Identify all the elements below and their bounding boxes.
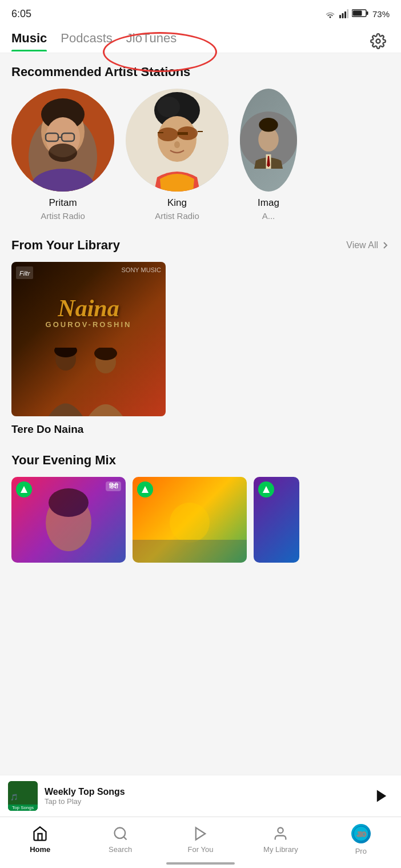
svg-marker-42: [263, 486, 270, 493]
svg-point-49: [278, 828, 283, 833]
chevron-right-icon: [380, 241, 390, 250]
play-icon: [374, 788, 390, 804]
nav-item-home[interactable]: Home: [0, 817, 80, 868]
tab-music[interactable]: Music: [11, 31, 47, 51]
svg-point-16: [49, 144, 77, 162]
artists-scroll: Pritam Artist Radio: [0, 89, 401, 221]
svg-rect-41: [133, 540, 247, 563]
view-all-button[interactable]: View All: [346, 240, 390, 250]
tab-jiotunes[interactable]: JioTunes: [126, 31, 177, 51]
evening-mix-section: Your Evening Mix हिंदी: [0, 441, 401, 568]
album-title: Tere Do Naina: [11, 423, 390, 436]
naina-persons-svg: [11, 348, 166, 416]
album-badge-right: SONY MUSIC: [122, 266, 161, 273]
library-title: From Your Library: [11, 238, 120, 253]
svg-point-7: [376, 39, 380, 43]
main-content: Recommended Artist Stations: [0, 53, 401, 683]
bottom-nav: Home Search For You My Library JIO Pro: [0, 817, 401, 868]
artist-avatar-imag: [240, 89, 297, 192]
artist-item-imag[interactable]: Imag A...: [240, 89, 297, 221]
svg-point-38: [49, 488, 89, 517]
now-playing-bar[interactable]: 🎵 Top Songs Weekly Top Songs Tap to Play: [0, 775, 401, 817]
nav-item-foryou[interactable]: For You: [161, 817, 240, 868]
library-header: From Your Library View All: [0, 238, 401, 253]
pro-logo: JIO: [351, 824, 371, 843]
king-face-svg: [126, 89, 228, 192]
jio-saavn-logo-3: [262, 485, 271, 494]
now-playing-thumb-label: Top Songs: [8, 805, 38, 811]
now-playing-info: Weekly Top Songs Tap to Play: [45, 787, 363, 806]
settings-button[interactable]: [367, 30, 390, 53]
naina-subtitle: GOUROV-ROSHIN: [11, 320, 166, 329]
svg-line-47: [123, 837, 126, 839]
signal-icon: [339, 9, 348, 18]
artist-sub-pritam: Artist Radio: [41, 211, 85, 221]
now-playing-thumb: 🎵 Top Songs: [8, 781, 38, 811]
artist-item-pritam[interactable]: Pritam Artist Radio: [11, 89, 114, 221]
home-icon: [32, 826, 48, 842]
svg-rect-5: [366, 11, 368, 15]
svg-point-46: [114, 828, 125, 839]
svg-point-27: [174, 141, 180, 148]
naina-text-overlay: Naina GOUROV-ROSHIN: [11, 296, 166, 329]
svg-rect-2: [344, 11, 346, 18]
library-icon: [272, 826, 288, 842]
artist-item-king[interactable]: King Artist Radio: [126, 89, 228, 221]
pro-icon: JIO: [353, 826, 369, 842]
nav-item-search[interactable]: Search: [80, 817, 160, 868]
artist-name-imag: Imag: [258, 197, 279, 209]
nav-search-label: Search: [109, 845, 132, 854]
nav-item-pro[interactable]: JIO Pro: [321, 817, 401, 868]
svg-text:JIO: JIO: [357, 831, 366, 838]
now-playing-play-button[interactable]: [370, 785, 393, 807]
svg-text:🎵: 🎵: [10, 793, 18, 801]
nav-home-label: Home: [30, 845, 50, 854]
status-bar: 6:05 73%: [0, 0, 401, 25]
svg-rect-6: [352, 10, 362, 15]
naina-title: Naina: [11, 296, 166, 320]
evening-mix-header: Your Evening Mix: [0, 453, 401, 468]
svg-rect-0: [339, 15, 341, 18]
artist-stations-title: Recommended Artist Stations: [11, 65, 190, 79]
svg-marker-48: [196, 828, 205, 840]
nav-foryou-label: For You: [188, 845, 214, 854]
svg-marker-45: [377, 790, 386, 802]
svg-rect-24: [178, 132, 188, 135]
search-icon: [113, 826, 129, 842]
svg-rect-3: [347, 9, 348, 18]
top-nav: Music Podcasts JioTunes: [0, 25, 401, 53]
library-section: From Your Library View All Filtr SONY MU…: [0, 226, 401, 441]
artist-avatar-pritam: [11, 89, 114, 192]
bottom-spacer: [0, 568, 401, 683]
mix-card-1[interactable]: हिंदी: [11, 477, 126, 563]
tab-podcasts[interactable]: Podcasts: [61, 31, 113, 51]
svg-point-22: [158, 128, 178, 141]
nav-item-mylibrary[interactable]: My Library: [240, 817, 320, 868]
svg-point-30: [259, 118, 278, 132]
evening-mix-title: Your Evening Mix: [11, 453, 116, 468]
mix-card-3[interactable]: [254, 477, 299, 563]
svg-point-20: [157, 97, 180, 117]
battery-svg: [352, 9, 369, 18]
status-icons: 73%: [324, 9, 390, 19]
status-time: 6:05: [11, 8, 31, 20]
card2-bg: [133, 477, 247, 563]
artist-stations-section: Recommended Artist Stations: [0, 53, 401, 226]
imag-face-svg: [240, 89, 297, 192]
artist-name-pritam: Pritam: [49, 197, 77, 209]
jio-logo-3: [258, 481, 274, 497]
album-card-naina[interactable]: Filtr SONY MUSIC Naina GOUROV-ROSHIN: [11, 262, 390, 436]
mix-card-2[interactable]: [133, 477, 247, 563]
foryou-icon: [193, 826, 208, 842]
svg-point-40: [170, 503, 210, 543]
artist-avatar-king: [126, 89, 228, 192]
battery-percent: 73%: [372, 9, 390, 19]
gear-icon: [370, 33, 386, 49]
artist-sub-king: Artist Radio: [155, 211, 199, 221]
nav-pro-label: Pro: [355, 847, 367, 855]
album-badge-left: Filtr: [16, 266, 33, 279]
artist-name-king: King: [167, 197, 187, 209]
home-indicator: [166, 862, 235, 865]
now-playing-sub: Tap to Play: [45, 797, 363, 806]
now-playing-title: Weekly Top Songs: [45, 787, 363, 797]
